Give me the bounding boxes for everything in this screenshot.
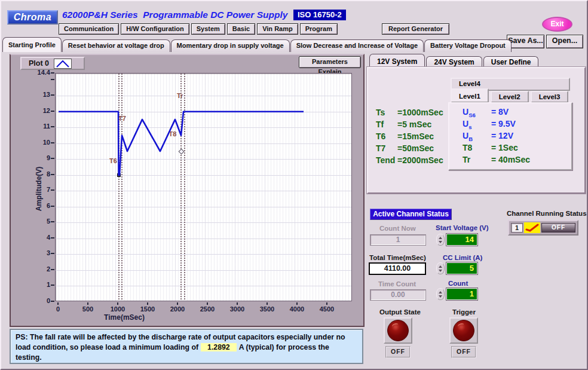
x-tick-mark	[237, 302, 238, 305]
y-tick-label: 5	[29, 218, 50, 225]
channel-running-status-widget[interactable]: 1 OFF	[508, 220, 578, 236]
y-gridline	[56, 175, 351, 176]
x-tick-mark	[57, 302, 59, 305]
spinner-down-icon[interactable]	[439, 295, 442, 298]
spinner-up-icon[interactable]	[439, 291, 442, 293]
y-tick-label: 3	[29, 249, 50, 256]
output-state-button-frame	[384, 317, 412, 344]
param-name: T7	[376, 143, 397, 153]
total-time-field[interactable]: 4110.00	[369, 262, 426, 275]
x-tick-mark	[296, 302, 298, 305]
x-tick-label: 0	[43, 305, 73, 313]
tab-12v-system[interactable]: 12V System	[369, 54, 425, 68]
level-value-name: T8	[463, 143, 491, 154]
y-tick-mark	[51, 285, 54, 286]
basic-button[interactable]: Basic	[227, 23, 255, 35]
plot-line-style-icon[interactable]	[54, 59, 72, 69]
communication-button[interactable]: Communication	[59, 23, 119, 35]
channel-running-status-label: Channel Running Status	[507, 210, 587, 217]
y-gridline	[56, 112, 351, 112]
param-value: =5 mSec	[397, 120, 431, 129]
app-window: Chroma 62000P&H Series Programmable DC P…	[0, 0, 588, 370]
tab-momentary-drop[interactable]: Momentary drop in supply voltage	[171, 39, 290, 52]
count-spinner[interactable]	[436, 288, 445, 300]
time-count-label: Time Count	[378, 280, 416, 288]
plot-cursor[interactable]	[180, 74, 182, 301]
tab-battery-voltage-dropout[interactable]: Battery Voltage Dropout	[424, 39, 512, 52]
start-voltage-label: Start Voltage (V)	[436, 224, 489, 231]
y-tick-label: 4	[29, 234, 50, 241]
spinner-down-icon[interactable]	[439, 241, 442, 243]
start-voltage-spinner[interactable]	[436, 234, 445, 246]
param-value: =1000mSec	[397, 108, 443, 117]
y-tick-mark	[51, 158, 54, 159]
count-now-label: Count Now	[379, 225, 416, 232]
exit-button[interactable]: Exit	[542, 17, 572, 32]
system-tab-bar: 12V System 24V System User Define	[369, 54, 538, 68]
spinner-up-icon[interactable]	[439, 265, 442, 268]
start-voltage-field[interactable]: 14	[446, 234, 477, 246]
save-as-button[interactable]: Save As...	[507, 35, 544, 48]
y-gridline	[56, 207, 351, 207]
x-tick-mark	[177, 302, 178, 305]
tab-level2[interactable]: Level2	[491, 91, 529, 103]
count-field[interactable]: 1	[446, 288, 477, 300]
spinner-up-icon[interactable]	[439, 237, 442, 239]
active-channel-status-header: Active Channel Status	[370, 209, 452, 220]
y-tick-label: 6	[29, 202, 50, 209]
level-value: = 12V	[491, 131, 513, 140]
tab-level3[interactable]: Level3	[531, 91, 569, 103]
x-tick-mark	[326, 302, 327, 305]
open-button[interactable]: Open...	[546, 35, 583, 48]
plot-cursor[interactable]	[118, 74, 120, 301]
y-tick-mark	[51, 237, 54, 238]
channel-check-icon[interactable]	[524, 222, 540, 233]
system-button[interactable]: System	[191, 23, 225, 35]
tab-reset-behavior[interactable]: Reset behavior at voltage drop	[62, 39, 170, 52]
tab-starting-profile[interactable]: Starting Profile	[2, 37, 62, 52]
program-button[interactable]: Program	[300, 23, 338, 35]
y-tick-label: 1	[29, 281, 50, 288]
tab-slow-decrease-increase[interactable]: Slow Decrease and Increase of Voltage	[290, 39, 424, 52]
output-state-knob[interactable]	[387, 320, 409, 341]
trigger-label: Trigger	[452, 308, 476, 316]
level1-values-panel: US6= 8V Us= 9.5V UB= 12V T8= 1Sec Tr= 40…	[448, 102, 572, 170]
y-tick-label: 11	[29, 123, 50, 130]
y-tick-mark	[51, 269, 54, 270]
y-tick-label: 14.4	[29, 69, 50, 76]
trigger-value: OFF	[451, 346, 476, 358]
plot-cursor[interactable]	[121, 74, 122, 301]
tab-24v-system[interactable]: 24V System	[426, 56, 482, 68]
spinner-down-icon[interactable]	[439, 270, 442, 272]
iso-standard-badge: ISO 16750-2	[293, 10, 346, 20]
x-tick-label: 4500	[312, 305, 342, 313]
hw-configuration-button[interactable]: H/W Configuration	[121, 23, 189, 35]
report-generator-button[interactable]: Report Generator	[382, 23, 449, 35]
cc-limit-spinner[interactable]	[436, 262, 445, 274]
y-tick-label: 8	[29, 170, 50, 178]
plot-legend[interactable]: Plot 0	[20, 57, 85, 70]
y-gridline	[56, 238, 351, 239]
count-label: Count	[448, 280, 468, 287]
tab-level1[interactable]: Level1	[451, 88, 489, 103]
trigger-knob[interactable]	[453, 320, 474, 341]
menu-bar: Communication H/W Configuration System B…	[59, 23, 338, 35]
y-tick-label: 2	[29, 265, 50, 273]
y-tick-mark	[51, 189, 54, 191]
count-control: 1	[436, 288, 477, 300]
total-time-label: Total Time(mSec)	[369, 254, 426, 261]
plot-cursor[interactable]	[184, 74, 185, 301]
vin-ramp-button[interactable]: Vin Ramp	[257, 23, 298, 35]
level-value: = 1Sec	[491, 143, 518, 152]
x-tick-mark	[207, 302, 208, 305]
y-gridline	[56, 270, 351, 271]
param-name: Ts	[376, 108, 397, 117]
output-state-label: Output State	[379, 308, 421, 316]
tab-user-define[interactable]: User Define	[483, 56, 539, 68]
y-tick-label: 0	[29, 297, 50, 304]
cc-limit-field[interactable]: 5	[446, 262, 477, 274]
cc-limit-control: 5	[436, 262, 477, 274]
y-tick-mark	[51, 221, 54, 222]
parameters-explain-button[interactable]: Parameters Explain	[299, 56, 361, 68]
y-tick-label: 9	[29, 154, 50, 161]
